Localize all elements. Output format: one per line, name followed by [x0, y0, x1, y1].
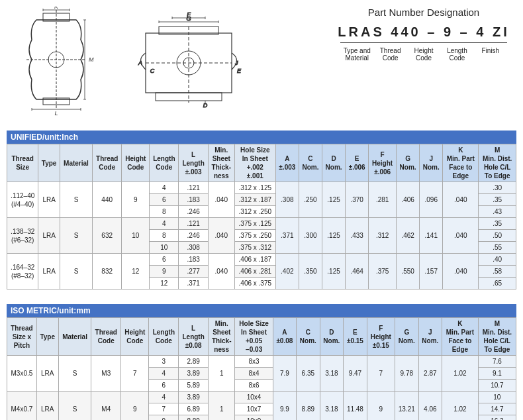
label-finish: Finish — [474, 47, 507, 62]
cell-F: .375 — [369, 254, 397, 289]
part-number-underline — [340, 42, 507, 43]
col-material: Material — [60, 144, 92, 182]
col-K: KMin. PartFace toEdge — [442, 318, 479, 356]
cell-length-code: 4 — [149, 368, 179, 380]
iso-table: ThreadSize xPitch Type Material ThreadCo… — [7, 317, 516, 420]
cell-min-sheet: .040 — [208, 254, 234, 289]
cell-height-code: 9 — [122, 182, 150, 218]
svg-text:M: M — [89, 56, 94, 63]
cell-M: .65 — [479, 278, 516, 289]
svg-text:L: L — [54, 110, 58, 117]
svg-text:E: E — [237, 68, 242, 74]
cell-hole-size: .312 x .187 — [234, 194, 275, 206]
cell-K: 1.02 — [442, 356, 479, 392]
table-row: M3x0.5LRASM3732.8918x37.96.353.189.4779.… — [7, 356, 516, 368]
cell-min-sheet: .040 — [208, 218, 234, 254]
cell-E: .370 — [346, 182, 369, 218]
cell-thread-code: 632 — [93, 218, 122, 254]
cell-length: 5.89 — [179, 380, 209, 392]
cell-length-code: 6 — [150, 254, 179, 266]
cell-length-code: 6 — [150, 194, 179, 206]
cell-height-code: 10 — [122, 218, 150, 254]
cell-G: 9.78 — [395, 356, 419, 392]
cell-G: .406 — [397, 182, 420, 218]
cell-hole-size: .406 x .375 — [234, 278, 275, 289]
col-G: GNom. — [397, 144, 420, 182]
cell-hole-size: .375 x .125 — [234, 218, 275, 230]
cell-hole-size: .406 x .281 — [234, 266, 275, 278]
cell-C: 8.89 — [297, 392, 320, 421]
cell-E: 9.47 — [344, 356, 367, 392]
col-height-code: HeightCode — [122, 144, 150, 182]
cell-material: S — [60, 182, 92, 218]
cell-G: .462 — [397, 218, 420, 254]
col-M: MMin. Dist.Hole C/LTo Edge — [479, 144, 516, 182]
cell-material: S — [58, 356, 91, 392]
cell-height-code: 9 — [121, 392, 149, 421]
cell-length: 8.89 — [179, 415, 209, 421]
cell-J: 4.06 — [418, 392, 442, 421]
cell-A: 7.9 — [273, 356, 296, 392]
cell-length-code: 3 — [149, 356, 179, 368]
cell-length: .371 — [179, 278, 208, 289]
cell-M: 16.3 — [478, 415, 516, 421]
iso-table-wrapper: ISO METRIC/unit:mm ThreadSize xPitch Typ… — [7, 304, 516, 420]
label-thread-code: ThreadCode — [373, 47, 406, 62]
cell-thread-code: M3 — [91, 356, 121, 392]
cell-J: .141 — [420, 218, 443, 254]
unified-section-header: UNIFIED/unit:Inch — [7, 131, 516, 144]
cell-length: .246 — [179, 206, 208, 218]
cell-M: 9.1 — [478, 368, 516, 380]
cell-length: .246 — [179, 230, 208, 242]
cell-hole-size: 10x7 — [235, 403, 273, 415]
cell-length: 6.89 — [179, 403, 209, 415]
cell-length-code: 4 — [150, 182, 179, 194]
cell-G: .550 — [397, 254, 420, 289]
cell-height-code: 7 — [121, 356, 149, 392]
cell-thread-size: .138–32(#6–32) — [7, 218, 38, 254]
cell-D: 3.18 — [320, 356, 344, 392]
cell-length-code: 10 — [150, 242, 179, 254]
cell-M: 14.7 — [478, 403, 516, 415]
cell-height-code: 12 — [122, 254, 150, 289]
table-row: .138–32(#6–32)LRAS632104.121.040.375 x .… — [7, 218, 516, 230]
cell-length-code: 6 — [149, 380, 179, 392]
col-material: Material — [58, 318, 91, 356]
cell-C: .350 — [299, 254, 322, 289]
cell-length: 3.89 — [179, 392, 209, 403]
cell-A: .371 — [275, 218, 299, 254]
col-K: KMin. PartFace toEdge — [443, 144, 479, 182]
col-A: A±0.08 — [273, 318, 296, 356]
cell-min-sheet: 1 — [209, 356, 235, 392]
cell-E: .433 — [346, 218, 369, 254]
cell-D: 3.18 — [320, 392, 344, 421]
cell-thread-size: M4x0.7 — [7, 392, 37, 421]
cell-K: 1.02 — [442, 392, 479, 421]
cell-min-sheet: 1 — [209, 392, 235, 421]
cell-A: .308 — [275, 182, 299, 218]
diagrams-area: K M L — [7, 7, 318, 123]
cell-material: S — [60, 218, 92, 254]
cell-G: 13.21 — [395, 392, 419, 421]
col-D: DNom. — [322, 144, 346, 182]
cell-length-code: 8 — [150, 230, 179, 242]
col-hole-size: Hole SizeIn Sheet+0.05−0.03 — [235, 318, 273, 356]
col-C: CNom. — [297, 318, 320, 356]
cell-F: 9 — [367, 392, 395, 421]
col-hole-size: Hole SizeIn Sheet+.002±.001 — [234, 144, 275, 182]
cell-D: .125 — [322, 182, 346, 218]
cell-type: LRA — [36, 392, 58, 421]
cell-A: .402 — [275, 254, 299, 289]
cell-J: .157 — [420, 254, 443, 289]
cell-hole-size: .375 x .250 — [234, 230, 275, 242]
col-C: CNom. — [299, 144, 322, 182]
cell-M: .58 — [479, 266, 516, 278]
col-thread-size: ThreadSize — [7, 144, 38, 182]
cell-A: 9.9 — [273, 392, 296, 421]
cell-length-code: 4 — [150, 218, 179, 230]
col-L: LLength±0.08 — [179, 318, 209, 356]
cell-M: .50 — [479, 230, 516, 242]
cell-length-code: 9 — [150, 266, 179, 278]
cell-M: .55 — [479, 242, 516, 254]
table-row: M4x0.7LRASM4943.89110x49.98.893.1811.489… — [7, 392, 516, 403]
